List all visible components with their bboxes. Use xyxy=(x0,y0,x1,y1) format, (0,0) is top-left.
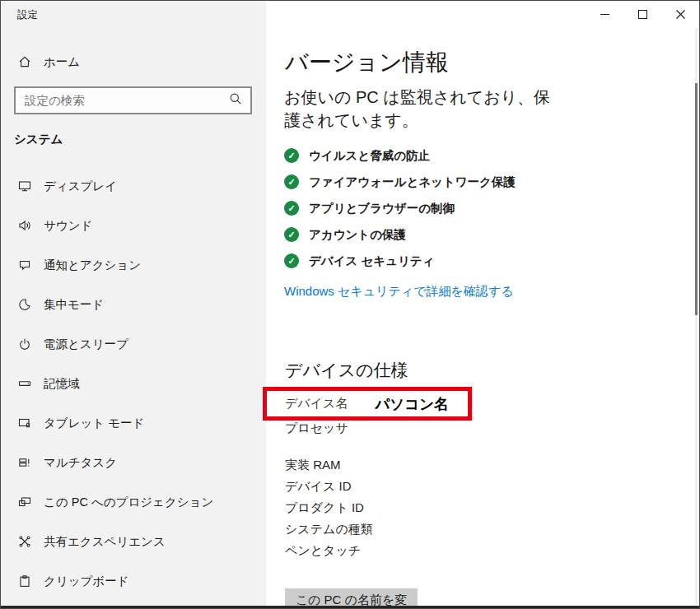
sidebar-item-clipboard[interactable]: クリップボード xyxy=(1,566,266,596)
search-icon[interactable] xyxy=(229,92,242,109)
sidebar-item-display[interactable]: ディスプレイ xyxy=(1,171,266,201)
sidebar-item-home[interactable]: ホーム xyxy=(1,47,266,77)
spec-row-processor: プロセッサ xyxy=(285,421,348,436)
display-icon xyxy=(18,179,31,193)
window-bottom-border xyxy=(1,606,699,608)
tablet-mode-icon xyxy=(18,416,31,430)
spec-row-ram: 実装 RAM xyxy=(285,458,341,473)
sidebar-item-focus-assist[interactable]: 集中モード xyxy=(1,290,266,319)
multitasking-icon xyxy=(18,456,31,469)
spec-row-system-type: システムの種類 xyxy=(285,522,373,537)
notifications-icon xyxy=(18,258,31,272)
shared-experiences-icon xyxy=(18,535,31,548)
security-item-label: アカウントの保護 xyxy=(309,227,406,243)
clipboard-icon xyxy=(18,574,31,588)
close-button[interactable] xyxy=(661,1,699,27)
sidebar-item-shared-experiences[interactable]: 共有エクスペリエンス xyxy=(1,527,266,556)
sidebar-item-multitasking[interactable]: マルチタスク xyxy=(1,448,266,477)
windows-security-link[interactable]: Windows セキュリティで詳細を確認する xyxy=(284,284,514,300)
security-item-device-security: ✓ デバイス セキュリティ xyxy=(284,248,516,274)
sidebar-item-storage[interactable]: 記憶域 xyxy=(1,369,266,398)
device-name-value: パソコン名 xyxy=(375,394,448,414)
security-item-label: アプリとブラウザーの制御 xyxy=(309,201,455,216)
sidebar-item-projecting-to-pc[interactable]: この PC へのプロジェクション xyxy=(1,487,266,517)
spec-row-product-id: プロダクト ID xyxy=(285,500,364,516)
security-item-app-browser: ✓ アプリとブラウザーの制御 xyxy=(284,195,516,221)
sidebar-item-notifications[interactable]: 通知とアクション xyxy=(1,250,266,280)
security-item-label: ファイアウォールとネットワーク保護 xyxy=(309,174,516,190)
sidebar-item-label: 共有エクスペリエンス xyxy=(44,534,166,550)
sidebar-item-label: クリップボード xyxy=(44,574,129,589)
security-item-firewall: ✓ ファイアウォールとネットワーク保護 xyxy=(284,169,516,195)
sidebar-item-label: ディスプレイ xyxy=(44,179,117,194)
protection-summary: お使いの PC は監視されており、保護されています。 xyxy=(284,86,559,132)
close-icon xyxy=(676,10,685,19)
sidebar-section-title: システム xyxy=(14,132,63,147)
security-item-label: デバイス セキュリティ xyxy=(309,253,434,269)
security-checklist: ✓ ウイルスと脅威の防止 ✓ ファイアウォールとネットワーク保護 ✓ アプリとブ… xyxy=(284,142,516,274)
maximize-icon xyxy=(638,10,647,19)
sidebar-item-label: 通知とアクション xyxy=(44,258,141,273)
check-circle-icon: ✓ xyxy=(284,201,299,216)
sidebar-item-label: サウンド xyxy=(44,218,92,234)
search-input[interactable] xyxy=(23,93,229,108)
security-item-label: ウイルスと脅威の防止 xyxy=(309,148,430,164)
sidebar-item-sound[interactable]: サウンド xyxy=(1,211,266,240)
device-name-annotation-box: デバイス名 パソコン名 xyxy=(263,387,472,421)
sound-icon xyxy=(18,219,31,232)
check-circle-icon: ✓ xyxy=(284,227,299,242)
spec-row-pen-touch: ペンとタッチ xyxy=(285,543,361,559)
window-title: 設定 xyxy=(17,8,38,22)
security-item-account: ✓ アカウントの保護 xyxy=(284,221,516,248)
sidebar-item-label: 電源とスリープ xyxy=(44,337,128,352)
power-icon xyxy=(18,337,31,351)
window-controls xyxy=(586,1,699,27)
check-circle-icon: ✓ xyxy=(284,253,299,268)
device-specs-heading: デバイスの仕様 xyxy=(285,359,408,382)
settings-window: 設定 ホーム システム ディスプレイ サウンド xyxy=(0,0,700,609)
minimize-icon xyxy=(600,14,609,15)
sidebar-item-label: ホーム xyxy=(44,54,80,70)
scrollbar-thumb[interactable] xyxy=(695,83,698,315)
device-name-label: デバイス名 xyxy=(285,396,348,411)
storage-icon xyxy=(18,377,31,390)
focus-assist-icon xyxy=(18,298,31,311)
home-icon xyxy=(18,55,31,68)
sidebar-item-label: マルチタスク xyxy=(44,455,117,471)
sidebar-item-power-sleep[interactable]: 電源とスリープ xyxy=(1,329,266,359)
spec-row-device-id: デバイス ID xyxy=(285,479,352,495)
minimize-button[interactable] xyxy=(586,1,623,27)
settings-search-box xyxy=(14,86,252,114)
sidebar-item-label: この PC へのプロジェクション xyxy=(44,495,213,510)
security-item-virus: ✓ ウイルスと脅威の防止 xyxy=(284,142,516,169)
projection-icon xyxy=(18,495,31,509)
check-circle-icon: ✓ xyxy=(284,148,299,163)
check-circle-icon: ✓ xyxy=(284,174,299,189)
sidebar-item-label: タブレット モード xyxy=(44,416,144,431)
page-title: バージョン情報 xyxy=(285,47,449,78)
sidebar-item-tablet-mode[interactable]: タブレット モード xyxy=(1,408,266,438)
sidebar-item-label: 集中モード xyxy=(44,297,104,313)
sidebar-item-label: 記憶域 xyxy=(44,376,80,392)
maximize-button[interactable] xyxy=(623,1,661,27)
